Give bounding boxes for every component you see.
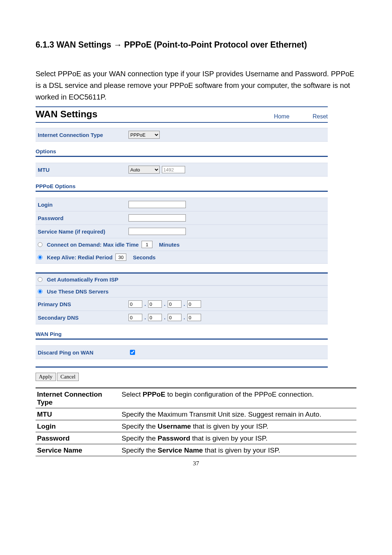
service-label: Service Name (if required) — [38, 228, 128, 235]
seconds-label: Seconds — [133, 254, 156, 260]
service-input[interactable] — [128, 228, 186, 235]
table-row: Password Specify the Password that is gi… — [36, 432, 356, 444]
desc-term: Internet Connection Type — [36, 388, 120, 408]
conn-type-select[interactable]: PPPoE — [128, 131, 160, 139]
minutes-label: Minutes — [159, 242, 180, 248]
cancel-button[interactable]: Cancel — [57, 373, 79, 381]
connect-on-demand-label: Connect on Demand: Max idle Time — [47, 242, 139, 248]
desc-text: Specify the Service Name that is given b… — [120, 444, 356, 456]
secondary-dns-2[interactable] — [148, 314, 162, 321]
mtu-value-input[interactable] — [162, 166, 185, 173]
desc-term: Password — [36, 432, 120, 444]
description-table: Internet Connection Type Select PPPoE to… — [36, 388, 356, 456]
primary-dns-1[interactable] — [128, 300, 142, 308]
desc-text: Specify the Username that is given by yo… — [120, 420, 356, 432]
discard-ping-label: Discard Ping on WAN — [38, 349, 128, 356]
primary-dns-2[interactable] — [148, 300, 162, 308]
apply-button[interactable]: Apply — [36, 373, 56, 381]
login-label: Login — [38, 202, 128, 208]
desc-text: Specify the Maximum Transmit Unit size. … — [120, 408, 356, 420]
dns-use-label: Use These DNS Servers — [47, 288, 109, 295]
wan-ping-title: WAN Ping — [36, 331, 62, 337]
table-row: Login Specify the Username that is given… — [36, 420, 356, 432]
options-title: Options — [36, 148, 56, 154]
desc-term: Login — [36, 420, 120, 432]
discard-ping-checkbox[interactable] — [130, 350, 135, 355]
page-number: 37 — [36, 460, 356, 467]
secondary-dns-label: Secondary DNS — [38, 315, 128, 321]
connect-on-demand-radio[interactable] — [38, 242, 42, 247]
conn-type-label: Internet Connection Type — [38, 132, 128, 138]
mtu-label: MTU — [38, 167, 128, 173]
table-row: MTU Specify the Maximum Transmit Unit si… — [36, 408, 356, 420]
primary-dns-label: Primary DNS — [38, 301, 128, 307]
panel-title: WAN Settings — [36, 109, 97, 120]
section-title: 6.1.3 WAN Settings → PPPoE (Point-to-Poi… — [36, 40, 356, 50]
desc-text: Specify the Password that is given by yo… — [120, 432, 356, 444]
keep-alive-radio[interactable] — [38, 255, 42, 260]
desc-term: MTU — [36, 408, 120, 420]
dns-auto-radio[interactable] — [38, 277, 42, 282]
mtu-mode-select[interactable]: Auto — [128, 166, 160, 174]
intro-text: Select PPPoE as your WAN connection type… — [36, 68, 356, 103]
desc-term: Service Name — [36, 444, 120, 456]
secondary-dns-1[interactable] — [128, 314, 142, 321]
desc-text: Select PPPoE to begin configuration of t… — [120, 388, 356, 408]
reset-link[interactable]: Reset — [313, 113, 328, 119]
table-row: Internet Connection Type Select PPPoE to… — [36, 388, 356, 408]
pppoe-title: PPPoE Options — [36, 183, 75, 189]
dns-use-radio[interactable] — [38, 289, 42, 294]
secondary-dns-3[interactable] — [168, 314, 181, 321]
wan-settings-panel: WAN Settings Home Reset Internet Connect… — [36, 106, 328, 381]
redial-period-input[interactable] — [115, 254, 126, 261]
login-input[interactable] — [128, 201, 186, 208]
dns-auto-label: Get Automatically From ISP — [47, 276, 118, 283]
table-row: Service Name Specify the Service Name th… — [36, 444, 356, 456]
primary-dns-4[interactable] — [187, 300, 201, 308]
password-label: Password — [38, 215, 128, 221]
password-input[interactable] — [128, 214, 186, 222]
max-idle-input[interactable] — [142, 241, 152, 248]
home-link[interactable]: Home — [274, 113, 290, 119]
keep-alive-label: Keep Alive: Redial Period — [47, 254, 113, 260]
primary-dns-3[interactable] — [168, 300, 181, 308]
secondary-dns-4[interactable] — [187, 314, 201, 321]
